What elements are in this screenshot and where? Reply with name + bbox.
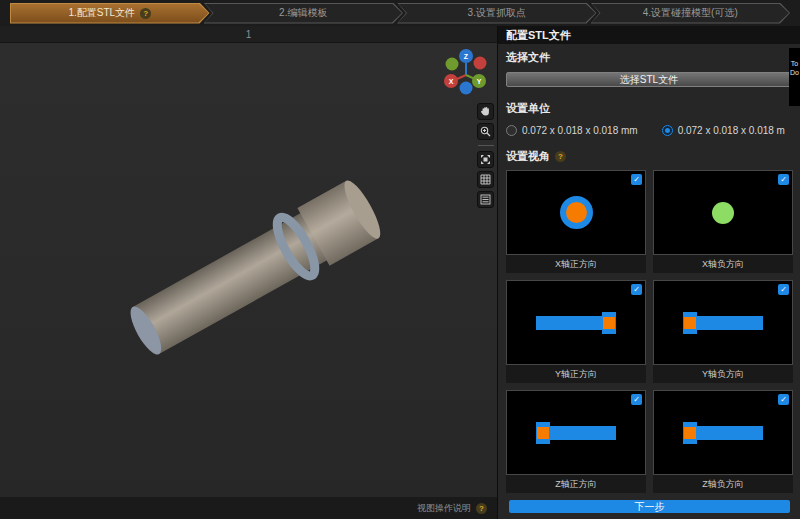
stl-model-cylinder [0,43,497,497]
x-positive-shape [560,196,593,229]
step-label: 4.设置碰撞模型(可选) [643,6,738,20]
view-card-x-negative[interactable]: ✓ X轴负方向 [653,170,793,273]
z-negative-shape [683,422,763,444]
view-caption: Z轴正方向 [506,475,646,493]
help-icon[interactable]: ? [476,503,487,514]
view-card-y-negative[interactable]: ✓ Y轴负方向 [653,280,793,383]
axis-z-label: Z [464,53,469,60]
checkbox-checked[interactable]: ✓ [778,284,789,295]
radio-label: 0.072 x 0.018 x 0.018 mm [522,125,638,136]
viewport-tabbar: 1 [0,26,497,43]
step-label: 3.设置抓取点 [468,6,526,20]
axis-y-label: Y [477,78,482,85]
fit-view-icon[interactable] [477,151,494,168]
view-caption: Z轴负方向 [653,475,793,493]
axis-gizmo[interactable]: Z X Y [440,49,494,103]
y-negative-shape [683,312,763,334]
view-grid: ✓ X轴正方向 ✓ X轴负方向 ✓ [506,170,792,493]
step-set-collision-model[interactable]: 4.设置碰撞模型(可选) [591,3,791,24]
unit-option-m[interactable]: 0.072 x 0.018 x 0.018 m [662,125,785,136]
todo-side-tab[interactable]: ToDo [789,48,800,106]
step-edit-template[interactable]: 2.编辑模板 [204,3,404,24]
x-negative-shape [712,202,734,224]
viewport-footer: 视图操作说明 ? [0,497,497,519]
next-step-button[interactable]: 下一步 [509,500,790,513]
checkbox-checked[interactable]: ✓ [778,174,789,185]
axis-x-label: X [449,78,454,85]
unit-section-label: 设置单位 [506,101,792,116]
step-label: 2.编辑模板 [279,6,327,20]
radio-icon [662,125,673,136]
axis-x-neg-ball [474,57,487,70]
radio-icon [506,125,517,136]
config-panel: 配置STL文件 ToDo 选择文件 选择STL文件 设置单位 0.072 x 0… [497,26,800,519]
view-card-y-positive[interactable]: ✓ Y轴正方向 [506,280,646,383]
list-icon[interactable] [477,191,494,208]
z-positive-shape [536,422,616,444]
step-label: 1.配置STL文件 [68,6,135,20]
grid-icon[interactable] [477,171,494,188]
view-card-z-negative[interactable]: ✓ Z轴负方向 [653,390,793,493]
view-caption: X轴正方向 [506,255,646,273]
viewport-3d-canvas[interactable]: Z X Y [0,43,497,497]
zoom-in-icon[interactable] [477,123,494,140]
view-section-label: 设置视角 ? [506,149,792,164]
view-caption: Y轴正方向 [506,365,646,383]
axis-y-neg-ball [446,58,459,71]
panel-title: 配置STL文件 [498,26,800,44]
pan-hand-icon[interactable] [477,103,494,120]
checkbox-checked[interactable]: ✓ [631,394,642,405]
view-card-x-positive[interactable]: ✓ X轴正方向 [506,170,646,273]
file-section-label: 选择文件 [506,50,792,65]
viewport-panel: 1 [0,26,497,519]
view-help-link[interactable]: 视图操作说明 [417,502,471,515]
toolbar-divider [478,145,494,146]
step-configure-stl[interactable]: 1.配置STL文件 ? [10,3,210,24]
checkbox-checked[interactable]: ✓ [778,394,789,405]
view-caption: Y轴负方向 [653,365,793,383]
viewport-tab[interactable]: 1 [206,29,292,40]
view-card-z-positive[interactable]: ✓ Z轴正方向 [506,390,646,493]
checkbox-checked[interactable]: ✓ [631,174,642,185]
wizard-steps-bar: 1.配置STL文件 ? 2.编辑模板 3.设置抓取点 4.设置碰撞模型(可选) [0,0,800,26]
help-icon[interactable]: ? [140,8,151,19]
axis-z-neg-ball [460,82,473,95]
y-positive-shape [536,312,616,334]
viewport-toolbar [477,103,494,208]
step-set-pick-point[interactable]: 3.设置抓取点 [397,3,597,24]
view-section-text: 设置视角 [506,149,550,164]
view-caption: X轴负方向 [653,255,793,273]
radio-label: 0.072 x 0.018 x 0.018 m [678,125,785,136]
unit-option-mm[interactable]: 0.072 x 0.018 x 0.018 mm [506,125,638,136]
checkbox-checked[interactable]: ✓ [631,284,642,295]
select-stl-file-button[interactable]: 选择STL文件 [506,72,792,87]
help-icon[interactable]: ? [555,151,566,162]
unit-radio-group: 0.072 x 0.018 x 0.018 mm 0.072 x 0.018 x… [506,125,792,136]
